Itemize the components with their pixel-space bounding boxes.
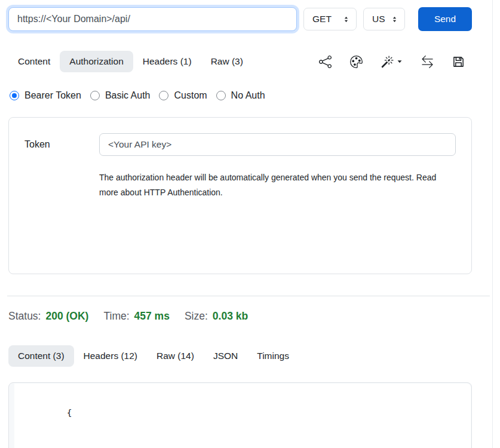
size-group: Size: 0.03 kb bbox=[185, 310, 248, 323]
api-client-page: GET US Send Content Authorization Header… bbox=[8, 0, 472, 448]
radio-selected-icon bbox=[10, 91, 19, 100]
method-select-value: GET bbox=[312, 14, 332, 24]
send-button[interactable]: Send bbox=[418, 7, 472, 31]
magic-wand-icon bbox=[381, 56, 394, 68]
auth-type-options: Bearer Token Basic Auth Custom No Auth bbox=[8, 90, 472, 101]
response-summary: Status: 200 (OK) Time: 457 ms Size: 0.03… bbox=[8, 310, 472, 323]
share-button[interactable] bbox=[319, 56, 332, 68]
request-toolbar bbox=[319, 56, 472, 68]
select-updown-icon bbox=[342, 16, 350, 23]
radio-unselected-icon bbox=[90, 91, 100, 100]
response-tab-timings[interactable]: Timings bbox=[247, 345, 299, 367]
token-row: Token bbox=[24, 133, 456, 156]
save-icon bbox=[452, 56, 465, 68]
bearer-token-panel: Token The authorization header will be a… bbox=[8, 117, 472, 274]
time-value: 457 ms bbox=[134, 310, 170, 323]
palette-icon bbox=[350, 56, 363, 68]
status-value: 200 (OK) bbox=[45, 310, 88, 323]
request-bar: GET US Send bbox=[8, 7, 472, 31]
radio-unselected-icon bbox=[159, 91, 168, 100]
theme-button[interactable] bbox=[350, 56, 363, 68]
status-group: Status: 200 (OK) bbox=[8, 310, 88, 323]
response-body-block: { "message": "API running." } bbox=[8, 382, 472, 448]
radio-bearer-token[interactable]: Bearer Token bbox=[10, 90, 81, 101]
region-select-value: US bbox=[372, 14, 385, 24]
radio-unselected-icon bbox=[216, 91, 226, 100]
tab-authorization[interactable]: Authorization bbox=[60, 51, 133, 72]
response-tab-headers[interactable]: Headers (12) bbox=[74, 345, 147, 367]
section-divider bbox=[7, 296, 490, 296]
json-message-line: "message": "API running." bbox=[25, 435, 460, 448]
response-json-viewer[interactable]: { "message": "API running." } bbox=[14, 383, 471, 448]
select-updown-icon bbox=[391, 16, 398, 23]
response-tab-raw[interactable]: Raw (14) bbox=[147, 345, 204, 367]
size-label: Size: bbox=[185, 310, 208, 323]
swap-arrows-icon bbox=[421, 56, 434, 68]
status-label: Status: bbox=[8, 310, 41, 323]
size-value: 0.03 kb bbox=[213, 310, 248, 323]
radio-no-auth[interactable]: No Auth bbox=[216, 90, 265, 101]
response-tab-json[interactable]: JSON bbox=[204, 345, 247, 367]
json-open-brace: { bbox=[25, 391, 460, 435]
response-tabs-row: Content (3) Headers (12) Raw (14) JSON T… bbox=[8, 345, 472, 367]
method-select[interactable]: GET bbox=[303, 8, 357, 30]
swap-requests-button[interactable] bbox=[421, 56, 434, 68]
auth-help-text: The authorization header will be automat… bbox=[99, 170, 453, 200]
tab-raw[interactable]: Raw (3) bbox=[201, 51, 253, 72]
radio-label: Basic Auth bbox=[105, 90, 151, 101]
radio-label: Bearer Token bbox=[24, 90, 81, 101]
magic-actions-dropdown[interactable] bbox=[381, 56, 403, 68]
share-icon bbox=[319, 56, 332, 68]
region-select[interactable]: US bbox=[363, 8, 405, 30]
request-tabs-row: Content Authorization Headers (1) Raw (3… bbox=[8, 51, 472, 72]
scroll-rail-divider bbox=[492, 0, 493, 448]
radio-custom[interactable]: Custom bbox=[159, 90, 207, 101]
time-label: Time: bbox=[103, 310, 129, 323]
token-label: Token bbox=[24, 139, 99, 150]
radio-basic-auth[interactable]: Basic Auth bbox=[90, 90, 151, 101]
tab-headers[interactable]: Headers (1) bbox=[133, 51, 201, 72]
url-input[interactable] bbox=[8, 7, 297, 31]
response-tab-content[interactable]: Content (3) bbox=[8, 345, 74, 367]
token-input[interactable] bbox=[99, 133, 456, 156]
radio-label: No Auth bbox=[231, 90, 265, 101]
tab-content[interactable]: Content bbox=[8, 51, 60, 72]
radio-label: Custom bbox=[174, 90, 207, 101]
save-request-button[interactable] bbox=[452, 56, 465, 68]
time-group: Time: 457 ms bbox=[103, 310, 169, 323]
chevron-down-icon bbox=[397, 59, 403, 65]
